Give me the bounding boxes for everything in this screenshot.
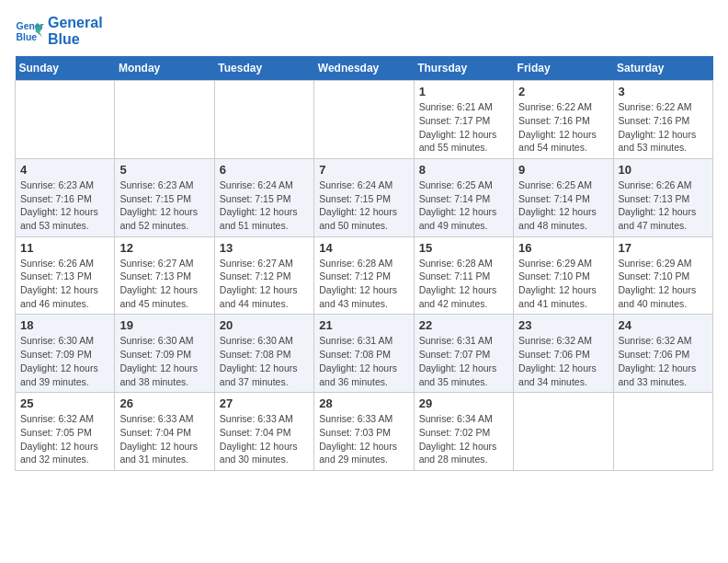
logo: General Blue GeneralBlue [15,15,103,47]
calendar-week-row: 1Sunrise: 6:21 AM Sunset: 7:17 PM Daylig… [16,81,713,159]
logo-text: GeneralBlue [48,15,103,47]
day-info: Sunrise: 6:26 AM Sunset: 7:13 PM Dayligh… [20,257,109,311]
day-number: 27 [220,396,309,410]
day-info: Sunrise: 6:32 AM Sunset: 7:05 PM Dayligh… [20,412,109,466]
day-info: Sunrise: 6:27 AM Sunset: 7:13 PM Dayligh… [119,257,209,311]
day-number: 1 [419,85,508,98]
day-info: Sunrise: 6:24 AM Sunset: 7:15 PM Dayligh… [319,178,408,233]
weekday-header-thursday: Thursday [414,56,513,81]
day-number: 20 [220,318,309,332]
day-info: Sunrise: 6:23 AM Sunset: 7:16 PM Dayligh… [20,178,109,233]
calendar-day-cell: 3Sunrise: 6:22 AM Sunset: 7:16 PM Daylig… [613,81,712,159]
day-number: 26 [119,396,209,410]
calendar-day-cell: 2Sunrise: 6:22 AM Sunset: 7:16 PM Daylig… [514,81,613,159]
day-number: 24 [619,318,708,332]
calendar-day-cell: 17Sunrise: 6:29 AM Sunset: 7:10 PM Dayli… [613,236,712,315]
weekday-header-sunday: Sunday [16,56,115,81]
day-number: 9 [518,163,608,177]
calendar-day-cell: 28Sunrise: 6:33 AM Sunset: 7:03 PM Dayli… [314,393,414,471]
calendar-empty-cell [613,393,712,471]
calendar-day-cell: 26Sunrise: 6:33 AM Sunset: 7:04 PM Dayli… [115,393,214,471]
day-info: Sunrise: 6:21 AM Sunset: 7:17 PM Dayligh… [419,100,508,155]
calendar-day-cell: 27Sunrise: 6:33 AM Sunset: 7:04 PM Dayli… [214,393,313,471]
day-number: 11 [20,241,109,255]
calendar-empty-cell [514,393,613,471]
calendar-day-cell: 11Sunrise: 6:26 AM Sunset: 7:13 PM Dayli… [16,236,115,315]
weekday-header-saturday: Saturday [613,56,712,81]
day-number: 4 [20,163,109,177]
day-info: Sunrise: 6:23 AM Sunset: 7:15 PM Dayligh… [119,178,209,233]
day-info: Sunrise: 6:33 AM Sunset: 7:04 PM Dayligh… [119,412,209,466]
logo-icon: General Blue [15,17,44,46]
day-number: 29 [419,396,508,410]
day-number: 17 [619,241,708,255]
page-header: General Blue GeneralBlue [15,15,713,47]
calendar-day-cell: 6Sunrise: 6:24 AM Sunset: 7:15 PM Daylig… [214,158,313,236]
day-info: Sunrise: 6:32 AM Sunset: 7:06 PM Dayligh… [619,334,708,388]
day-number: 15 [419,241,508,255]
calendar-day-cell: 9Sunrise: 6:25 AM Sunset: 7:14 PM Daylig… [514,158,613,236]
calendar-day-cell: 22Sunrise: 6:31 AM Sunset: 7:07 PM Dayli… [414,315,513,393]
weekday-header-monday: Monday [115,56,214,81]
day-info: Sunrise: 6:25 AM Sunset: 7:14 PM Dayligh… [419,178,508,233]
calendar-day-cell: 7Sunrise: 6:24 AM Sunset: 7:15 PM Daylig… [314,158,414,236]
day-number: 3 [619,85,708,98]
day-number: 16 [518,241,608,255]
day-info: Sunrise: 6:22 AM Sunset: 7:16 PM Dayligh… [619,100,708,155]
day-number: 22 [419,318,508,332]
calendar-table: SundayMondayTuesdayWednesdayThursdayFrid… [15,56,713,471]
calendar-empty-cell [314,81,414,159]
weekday-header-tuesday: Tuesday [214,56,313,81]
calendar-day-cell: 19Sunrise: 6:30 AM Sunset: 7:09 PM Dayli… [115,315,214,393]
calendar-day-cell: 23Sunrise: 6:32 AM Sunset: 7:06 PM Dayli… [514,315,613,393]
weekday-header-wednesday: Wednesday [314,56,414,81]
day-info: Sunrise: 6:31 AM Sunset: 7:07 PM Dayligh… [419,334,508,388]
calendar-day-cell: 16Sunrise: 6:29 AM Sunset: 7:10 PM Dayli… [514,236,613,315]
day-info: Sunrise: 6:33 AM Sunset: 7:03 PM Dayligh… [319,412,408,466]
calendar-day-cell: 14Sunrise: 6:28 AM Sunset: 7:12 PM Dayli… [314,236,414,315]
day-info: Sunrise: 6:27 AM Sunset: 7:12 PM Dayligh… [220,257,309,311]
calendar-day-cell: 15Sunrise: 6:28 AM Sunset: 7:11 PM Dayli… [414,236,513,315]
calendar-day-cell: 5Sunrise: 6:23 AM Sunset: 7:15 PM Daylig… [115,158,214,236]
day-number: 28 [319,396,408,410]
day-number: 21 [319,318,408,332]
day-number: 10 [619,163,708,177]
day-number: 25 [20,396,109,410]
calendar-day-cell: 8Sunrise: 6:25 AM Sunset: 7:14 PM Daylig… [414,158,513,236]
day-number: 6 [220,163,309,177]
calendar-empty-cell [115,81,214,159]
day-info: Sunrise: 6:30 AM Sunset: 7:09 PM Dayligh… [119,334,209,388]
day-number: 14 [319,241,408,255]
day-info: Sunrise: 6:31 AM Sunset: 7:08 PM Dayligh… [319,334,408,388]
calendar-day-cell: 20Sunrise: 6:30 AM Sunset: 7:08 PM Dayli… [214,315,313,393]
weekday-header-friday: Friday [514,56,613,81]
day-info: Sunrise: 6:29 AM Sunset: 7:10 PM Dayligh… [518,257,608,311]
day-number: 23 [518,318,608,332]
day-info: Sunrise: 6:32 AM Sunset: 7:06 PM Dayligh… [518,334,608,388]
day-info: Sunrise: 6:26 AM Sunset: 7:13 PM Dayligh… [619,178,708,233]
day-number: 8 [419,163,508,177]
day-info: Sunrise: 6:28 AM Sunset: 7:12 PM Dayligh… [319,257,408,311]
calendar-empty-cell [214,81,313,159]
day-number: 12 [119,241,209,255]
calendar-day-cell: 29Sunrise: 6:34 AM Sunset: 7:02 PM Dayli… [414,393,513,471]
day-number: 19 [119,318,209,332]
calendar-day-cell: 10Sunrise: 6:26 AM Sunset: 7:13 PM Dayli… [613,158,712,236]
day-info: Sunrise: 6:34 AM Sunset: 7:02 PM Dayligh… [419,412,508,466]
day-info: Sunrise: 6:33 AM Sunset: 7:04 PM Dayligh… [220,412,309,466]
calendar-week-row: 4Sunrise: 6:23 AM Sunset: 7:16 PM Daylig… [16,158,713,236]
day-number: 18 [20,318,109,332]
day-info: Sunrise: 6:28 AM Sunset: 7:11 PM Dayligh… [419,257,508,311]
calendar-week-row: 18Sunrise: 6:30 AM Sunset: 7:09 PM Dayli… [16,315,713,393]
day-number: 2 [518,85,608,98]
calendar-day-cell: 13Sunrise: 6:27 AM Sunset: 7:12 PM Dayli… [214,236,313,315]
day-info: Sunrise: 6:29 AM Sunset: 7:10 PM Dayligh… [619,257,708,311]
calendar-week-row: 11Sunrise: 6:26 AM Sunset: 7:13 PM Dayli… [16,236,713,315]
weekday-header-row: SundayMondayTuesdayWednesdayThursdayFrid… [16,56,713,81]
day-number: 7 [319,163,408,177]
calendar-day-cell: 12Sunrise: 6:27 AM Sunset: 7:13 PM Dayli… [115,236,214,315]
calendar-day-cell: 24Sunrise: 6:32 AM Sunset: 7:06 PM Dayli… [613,315,712,393]
calendar-empty-cell [16,81,115,159]
day-number: 5 [119,163,209,177]
day-info: Sunrise: 6:30 AM Sunset: 7:08 PM Dayligh… [220,334,309,388]
